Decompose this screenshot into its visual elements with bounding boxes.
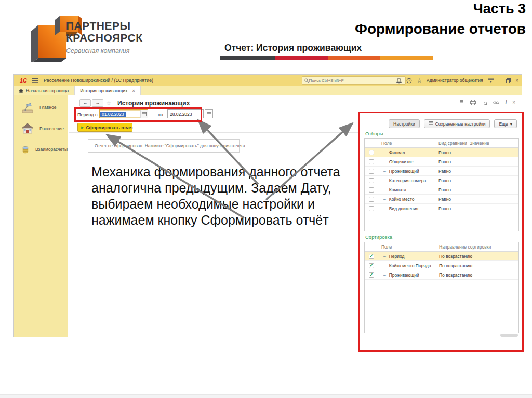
house-icon (21, 122, 34, 135)
field-dash-icon: – (383, 272, 386, 278)
report-title: История проживающих (117, 100, 190, 107)
filter-row[interactable]: –Общежитие Равно (365, 157, 518, 167)
sorting-row[interactable]: ✓ –Проживающий По возрастанию (365, 270, 518, 280)
sidebar-item-main[interactable]: Главное (21, 101, 68, 114)
app-titlebar: 1С Расселение Новоширокинский / (1С Пред… (14, 75, 522, 86)
filter-comparison: Равно (435, 206, 467, 211)
tab-bar: Начальная страница История проживающих × (14, 86, 522, 95)
back-button[interactable]: ← (79, 99, 91, 107)
global-search[interactable] (302, 76, 406, 85)
field-dash-icon: – (383, 254, 386, 259)
filter-checkbox[interactable] (369, 178, 374, 183)
filter-checkbox[interactable] (369, 159, 374, 164)
filters-col-field: Поле (378, 141, 435, 146)
filter-checkbox[interactable] (369, 169, 374, 174)
tab-home[interactable]: Начальная страница (14, 86, 74, 95)
sorting-direction: По возрастанию (436, 272, 518, 278)
panel-scrollbar[interactable] (500, 334, 518, 337)
service-menu-icon[interactable] (488, 78, 494, 83)
calendar-button-to[interactable] (205, 109, 213, 118)
filters-section-title: Отборы (365, 131, 383, 136)
filter-field: Категория номера (389, 178, 427, 183)
tab-close-icon[interactable]: × (132, 88, 135, 93)
restore-button[interactable] (506, 78, 511, 83)
annotation-box-period (74, 107, 202, 122)
note-line: аналогична предыдущим. Задаем Дату, (91, 180, 340, 196)
filter-row[interactable]: –Комната Равно (365, 185, 518, 195)
note-line: Механика формирования данного отчета (91, 164, 340, 180)
sorting-row[interactable]: ✓ –Период По возрастанию (365, 252, 518, 261)
brand-text: ПАРТНЕРЫ КРАСНОЯРСК Сервисная компания (66, 20, 143, 57)
notifications-icon[interactable] (396, 78, 402, 84)
sorting-col-field: Поле (378, 244, 436, 250)
forward-button[interactable]: → (92, 99, 103, 107)
check-icon: ✓ (369, 263, 374, 268)
settings-button[interactable]: Настройки (389, 119, 420, 128)
history-icon[interactable] (406, 78, 412, 84)
filter-comparison: Равно (435, 159, 467, 164)
sorting-col-direction: Направление сортировки (436, 244, 518, 250)
filters-col-value: Значение (467, 141, 518, 146)
close-report-icon[interactable]: × (512, 100, 515, 105)
saved-settings-button[interactable]: Сохраненные настройки (424, 119, 490, 128)
dropdown-icon: ▾ (510, 121, 512, 127)
favorites-icon[interactable]: ☆ (417, 78, 422, 84)
minimize-button[interactable]: – (499, 78, 502, 84)
sorting-field: Койко место.Порядо... (389, 263, 435, 268)
tab-resident-history[interactable]: История проживающих × (74, 86, 141, 95)
filter-checkbox[interactable] (369, 206, 374, 211)
filter-row[interactable]: –Филиал Равно (365, 148, 518, 157)
tab-resident-history-label: История проживающих (80, 88, 127, 93)
slide-note: Механика формирования данного отчета ана… (91, 164, 340, 228)
filter-row[interactable]: –Проживающий Равно (365, 167, 518, 176)
slide-title: Формирование отчетов (355, 21, 526, 37)
field-dash-icon: – (383, 150, 386, 155)
sorting-checkbox-checked[interactable]: ✓ (369, 272, 374, 278)
sorting-checkbox-checked[interactable]: ✓ (369, 263, 374, 268)
save-icon[interactable] (459, 100, 464, 105)
sections-sidebar: Главное Расселение Взаиморасчеты (14, 95, 68, 337)
sorting-header-row: Поле Направление сортировки (365, 242, 518, 252)
filter-checkbox[interactable] (369, 150, 374, 155)
generate-report-button[interactable]: ▶ Сформировать отчет (77, 123, 132, 132)
filter-field: Проживающий (389, 169, 419, 174)
report-toolbar-icons: i × (459, 100, 515, 105)
filters-col-comparison: Вид сравнения (435, 141, 467, 146)
print-icon[interactable] (470, 100, 476, 105)
favorite-star-icon[interactable]: ☆ (106, 100, 112, 107)
accent-segment-red (275, 56, 328, 60)
search-icon (304, 78, 309, 83)
info-icon[interactable]: i (505, 100, 507, 105)
preview-icon[interactable] (482, 100, 487, 105)
slide-part-label: Часть 3 (473, 1, 526, 17)
filter-field: Койко место (389, 197, 415, 202)
field-dash-icon: – (383, 169, 386, 174)
sorting-checkbox-checked[interactable]: ✓ (369, 254, 374, 259)
accent-segment-light-orange (380, 56, 433, 60)
field-dash-icon: – (383, 178, 386, 183)
filter-row[interactable]: –Вид движения Равно (365, 204, 518, 213)
close-window-button[interactable]: × (515, 78, 518, 84)
brand-separator (152, 16, 152, 61)
play-icon: ▶ (81, 126, 84, 130)
filter-checkbox[interactable] (369, 197, 374, 202)
window-title: Расселение Новоширокинский / (1С Предпри… (44, 78, 153, 83)
check-icon: ✓ (369, 272, 374, 277)
current-user-label[interactable]: Администратор общежития (427, 78, 483, 83)
search-input[interactable] (309, 78, 403, 83)
sorting-row[interactable]: ✓ –Койко место.Порядо... По возрастанию (365, 261, 518, 270)
sorting-field: Проживающий (389, 272, 419, 278)
filter-checkbox[interactable] (369, 187, 374, 193)
main-menu-icon[interactable] (32, 78, 38, 83)
sidebar-item-settlement[interactable]: Расселение (21, 122, 68, 135)
link-icon[interactable] (493, 100, 499, 105)
panel-buttons: Настройки Сохраненные настройки Еще ▾ (389, 119, 517, 128)
filter-comparison: Равно (435, 187, 467, 193)
sidebar-item-settlement-label: Расселение (39, 126, 64, 131)
sidebar-item-settlements-accounts[interactable]: Взаиморасчеты (21, 143, 68, 156)
filter-row[interactable]: –Категория номера Равно (365, 176, 518, 185)
more-button[interactable]: Еще ▾ (494, 119, 517, 128)
brand-line2: КРАСНОЯРСК (66, 32, 143, 44)
field-dash-icon: – (383, 197, 386, 202)
filter-row[interactable]: –Койко место Равно (365, 195, 518, 204)
